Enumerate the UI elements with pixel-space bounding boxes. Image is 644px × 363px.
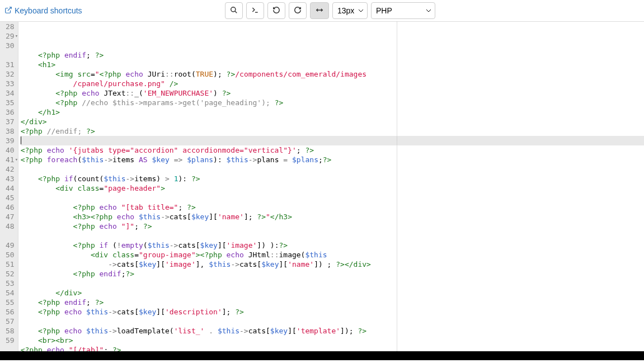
- code-line-wrap[interactable]: ->cats[$key]['image'], $this->cats[$key]…: [21, 260, 644, 269]
- redo-icon: [294, 6, 302, 16]
- language-select[interactable]: PHP: [371, 2, 435, 19]
- svg-line-2: [235, 11, 237, 13]
- code-line[interactable]: <?php //echo $this->mparams->get('page_h…: [21, 98, 644, 107]
- code-line[interactable]: [21, 136, 644, 145]
- line-number: 50: [6, 250, 15, 260]
- line-gutter: 2829303132333435363738394041424344454647…: [0, 22, 18, 351]
- code-line[interactable]: [21, 193, 644, 202]
- line-number: 32: [6, 69, 15, 79]
- code-line[interactable]: <?php endif;?>: [21, 269, 644, 279]
- line-number: 53: [6, 279, 15, 288]
- code-line[interactable]: <?php echo "]"; ?>: [21, 221, 644, 231]
- code-line[interactable]: <h3><?php echo $this->cats[$key]['name']…: [21, 212, 644, 221]
- keyboard-shortcuts-link[interactable]: Keyboard shortcuts: [4, 6, 82, 16]
- code-line[interactable]: <?php if (!empty($this->cats[$key]['imag…: [21, 241, 644, 250]
- line-number: 36: [6, 107, 15, 117]
- svg-point-1: [231, 7, 236, 11]
- code-line[interactable]: <?php if(count($this->items) > 1): ?>: [21, 174, 644, 183]
- line-number: [6, 231, 15, 241]
- line-number: 58: [6, 326, 15, 336]
- console-button[interactable]: [246, 2, 264, 19]
- line-number: 30: [6, 41, 15, 50]
- code-line[interactable]: </div>: [21, 117, 644, 126]
- code-line[interactable]: <div class="group-image"><?php echo JHtm…: [21, 250, 644, 260]
- svg-line-0: [8, 7, 11, 10]
- line-number: 37: [6, 117, 15, 126]
- code-line[interactable]: <div class="page-header">: [21, 183, 644, 193]
- line-number: 31: [6, 60, 15, 69]
- line-number: 38: [6, 126, 15, 136]
- code-editor[interactable]: 2829303132333435363738394041424344454647…: [0, 21, 644, 351]
- line-number: 52: [6, 269, 15, 279]
- line-number: 56: [6, 307, 15, 317]
- line-number: 29: [6, 31, 15, 41]
- code-area[interactable]: <?php endif; ?> <h1> <img src="<?php ech…: [18, 22, 644, 351]
- code-line[interactable]: <?php endif; ?>: [21, 50, 644, 60]
- terminal-icon: [251, 6, 259, 16]
- line-number: 34: [6, 88, 15, 98]
- line-number: 55: [6, 298, 15, 307]
- link-label: Keyboard shortcuts: [15, 6, 82, 15]
- line-number: 47: [6, 212, 15, 221]
- code-line[interactable]: <?php echo $this->loadTemplate('list_' .…: [21, 326, 644, 336]
- line-number: 48: [6, 221, 15, 231]
- code-line[interactable]: [21, 317, 644, 326]
- code-line[interactable]: <?php echo JText::_('EM_NEWPURCHASE') ?>: [21, 88, 644, 98]
- code-line[interactable]: <?php echo '{jutabs type="accordion" acc…: [21, 145, 644, 155]
- line-number: 40: [6, 145, 15, 155]
- line-number: 46: [6, 202, 15, 212]
- line-number: 54: [6, 288, 15, 298]
- line-number: [6, 50, 15, 60]
- line-number: 33: [6, 79, 15, 88]
- line-number: 45: [6, 193, 15, 202]
- line-number: 49: [6, 241, 15, 250]
- external-link-icon: [4, 6, 12, 16]
- code-line[interactable]: [21, 231, 644, 241]
- code-line[interactable]: <br><br>: [21, 336, 644, 345]
- fontsize-select[interactable]: 13px: [332, 2, 368, 19]
- bottom-bar: [0, 351, 644, 360]
- redo-button[interactable]: [289, 2, 307, 19]
- toolbar: Keyboard shortcuts 13px PHP: [0, 0, 644, 21]
- code-line-wrap[interactable]: /cpanel/purchase.png" />: [21, 79, 644, 88]
- line-number: 59: [6, 336, 15, 345]
- code-line[interactable]: <?php echo "[/tab]"; ?>: [21, 345, 644, 351]
- line-number: 44: [6, 183, 15, 193]
- code-line[interactable]: </h1>: [21, 107, 644, 117]
- code-line[interactable]: [21, 279, 644, 288]
- code-line[interactable]: [21, 164, 644, 174]
- code-line[interactable]: </div>: [21, 288, 644, 298]
- code-line[interactable]: <h1>: [21, 60, 644, 69]
- wrap-button[interactable]: [310, 2, 329, 19]
- code-line[interactable]: <?php endif; ?>: [21, 298, 644, 307]
- line-number: 51: [6, 260, 15, 269]
- undo-button[interactable]: [267, 2, 285, 19]
- line-number: 57: [6, 317, 15, 326]
- line-number: 43: [6, 174, 15, 183]
- code-line[interactable]: <?php //endif; ?>: [21, 126, 644, 136]
- line-number: 41: [6, 155, 15, 164]
- undo-icon: [272, 6, 280, 16]
- line-number: 42: [6, 164, 15, 174]
- line-number: 28: [6, 22, 15, 31]
- line-number: 39: [6, 136, 15, 145]
- search-icon: [230, 6, 238, 16]
- code-line[interactable]: <img src="<?php echo JUri::root(TRUE); ?…: [21, 69, 644, 79]
- code-line[interactable]: <?php foreach($this->items AS $key => $p…: [21, 155, 644, 164]
- print-margin: [397, 22, 397, 351]
- code-line[interactable]: <?php echo "[tab title="; ?>: [21, 202, 644, 212]
- code-line[interactable]: <?php echo $this->cats[$key]['descriptio…: [21, 307, 644, 317]
- search-button[interactable]: [225, 2, 243, 19]
- wrap-icon: [315, 6, 324, 16]
- line-number: 35: [6, 98, 15, 107]
